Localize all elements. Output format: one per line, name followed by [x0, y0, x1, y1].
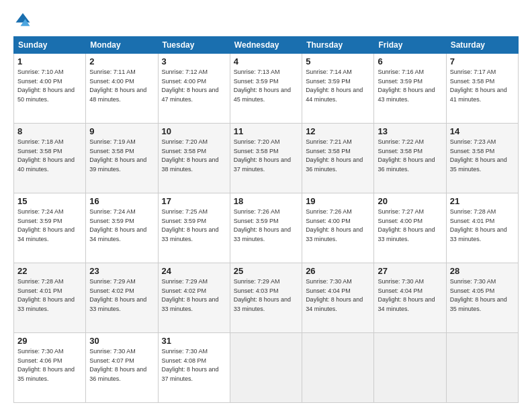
- calendar-cell: 11 Sunrise: 7:20 AMSunset: 3:58 PMDaylig…: [230, 124, 302, 193]
- calendar-cell: 25 Sunrise: 7:29 AMSunset: 4:03 PMDaylig…: [230, 263, 302, 333]
- day-number: 14: [450, 126, 515, 136]
- day-info: Sunrise: 7:19 AMSunset: 3:58 PMDaylight:…: [89, 138, 146, 173]
- weekday-header-row: SundayMondayTuesdayWednesdayThursdayFrid…: [14, 37, 519, 54]
- svg-marker-0: [16, 13, 30, 23]
- day-info: Sunrise: 7:13 AMSunset: 3:59 PMDaylight:…: [234, 68, 291, 103]
- calendar-cell: [230, 333, 302, 403]
- weekday-header-thursday: Thursday: [302, 37, 374, 54]
- calendar-cell: [374, 333, 446, 403]
- day-number: 11: [234, 126, 298, 136]
- day-number: 4: [234, 56, 298, 66]
- calendar-cell: 31 Sunrise: 7:30 AMSunset: 4:08 PMDaylig…: [158, 333, 230, 403]
- day-info: Sunrise: 7:14 AMSunset: 3:59 PMDaylight:…: [306, 68, 363, 103]
- calendar-cell: 7 Sunrise: 7:17 AMSunset: 3:58 PMDayligh…: [446, 54, 518, 124]
- week-row-1: 8 Sunrise: 7:18 AMSunset: 3:58 PMDayligh…: [14, 124, 519, 193]
- day-info: Sunrise: 7:10 AMSunset: 4:00 PMDaylight:…: [17, 68, 75, 103]
- day-number: 31: [162, 336, 226, 346]
- day-info: Sunrise: 7:24 AMSunset: 3:59 PMDaylight:…: [17, 208, 75, 242]
- day-number: 12: [306, 126, 370, 136]
- day-number: 5: [306, 56, 370, 66]
- weekday-header-friday: Friday: [374, 37, 446, 54]
- day-info: Sunrise: 7:26 AMSunset: 3:59 PMDaylight:…: [234, 208, 291, 242]
- day-number: 10: [162, 126, 226, 136]
- day-info: Sunrise: 7:30 AMSunset: 4:04 PMDaylight:…: [306, 278, 363, 312]
- calendar-cell: 1 Sunrise: 7:10 AMSunset: 4:00 PMDayligh…: [14, 54, 86, 124]
- day-info: Sunrise: 7:27 AMSunset: 4:00 PMDaylight:…: [378, 208, 435, 242]
- day-number: 16: [89, 196, 154, 206]
- day-number: 23: [89, 266, 154, 276]
- week-row-2: 15 Sunrise: 7:24 AMSunset: 3:59 PMDaylig…: [14, 193, 519, 263]
- day-number: 25: [234, 266, 298, 276]
- logo-icon: [13, 11, 32, 30]
- day-number: 7: [450, 56, 515, 66]
- calendar-cell: 3 Sunrise: 7:12 AMSunset: 4:00 PMDayligh…: [158, 54, 230, 124]
- day-info: Sunrise: 7:21 AMSunset: 3:58 PMDaylight:…: [306, 138, 363, 173]
- day-number: 18: [234, 196, 298, 206]
- day-info: Sunrise: 7:18 AMSunset: 3:58 PMDaylight:…: [17, 138, 75, 173]
- calendar-cell: 8 Sunrise: 7:18 AMSunset: 3:58 PMDayligh…: [14, 124, 86, 193]
- calendar-cell: [446, 333, 518, 403]
- week-row-0: 1 Sunrise: 7:10 AMSunset: 4:00 PMDayligh…: [14, 54, 519, 124]
- header: [13, 11, 519, 30]
- day-number: 1: [17, 56, 82, 66]
- calendar-cell: 18 Sunrise: 7:26 AMSunset: 3:59 PMDaylig…: [230, 193, 302, 263]
- day-number: 15: [17, 196, 82, 206]
- calendar-cell: 30 Sunrise: 7:30 AMSunset: 4:07 PMDaylig…: [86, 333, 158, 403]
- calendar-cell: 24 Sunrise: 7:29 AMSunset: 4:02 PMDaylig…: [158, 263, 230, 333]
- day-info: Sunrise: 7:28 AMSunset: 4:01 PMDaylight:…: [17, 278, 75, 312]
- day-info: Sunrise: 7:17 AMSunset: 3:58 PMDaylight:…: [450, 68, 507, 103]
- weekday-header-wednesday: Wednesday: [230, 37, 302, 54]
- day-number: 2: [89, 56, 154, 66]
- calendar-cell: 6 Sunrise: 7:16 AMSunset: 3:59 PMDayligh…: [374, 54, 446, 124]
- calendar-cell: 16 Sunrise: 7:24 AMSunset: 3:59 PMDaylig…: [86, 193, 158, 263]
- calendar-table: SundayMondayTuesdayWednesdayThursdayFrid…: [13, 36, 519, 403]
- day-info: Sunrise: 7:22 AMSunset: 3:58 PMDaylight:…: [378, 138, 435, 173]
- day-info: Sunrise: 7:23 AMSunset: 3:58 PMDaylight:…: [450, 138, 507, 173]
- day-info: Sunrise: 7:11 AMSunset: 4:00 PMDaylight:…: [89, 68, 146, 103]
- calendar-cell: 15 Sunrise: 7:24 AMSunset: 3:59 PMDaylig…: [14, 193, 86, 263]
- day-info: Sunrise: 7:30 AMSunset: 4:08 PMDaylight:…: [162, 348, 219, 382]
- week-row-4: 29 Sunrise: 7:30 AMSunset: 4:06 PMDaylig…: [14, 333, 519, 403]
- day-number: 6: [378, 56, 442, 66]
- day-info: Sunrise: 7:30 AMSunset: 4:04 PMDaylight:…: [378, 278, 435, 312]
- day-number: 28: [450, 266, 515, 276]
- day-number: 3: [162, 56, 226, 66]
- week-row-3: 22 Sunrise: 7:28 AMSunset: 4:01 PMDaylig…: [14, 263, 519, 333]
- day-number: 19: [306, 196, 370, 206]
- weekday-header-tuesday: Tuesday: [158, 37, 230, 54]
- day-info: Sunrise: 7:29 AMSunset: 4:02 PMDaylight:…: [162, 278, 219, 312]
- calendar-cell: 12 Sunrise: 7:21 AMSunset: 3:58 PMDaylig…: [302, 124, 374, 193]
- day-info: Sunrise: 7:29 AMSunset: 4:03 PMDaylight:…: [234, 278, 291, 312]
- logo: [13, 11, 35, 30]
- calendar-cell: 27 Sunrise: 7:30 AMSunset: 4:04 PMDaylig…: [374, 263, 446, 333]
- calendar-cell: [302, 333, 374, 403]
- day-number: 20: [378, 196, 442, 206]
- page: SundayMondayTuesdayWednesdayThursdayFrid…: [0, 0, 532, 411]
- calendar-cell: 26 Sunrise: 7:30 AMSunset: 4:04 PMDaylig…: [302, 263, 374, 333]
- calendar-cell: 20 Sunrise: 7:27 AMSunset: 4:00 PMDaylig…: [374, 193, 446, 263]
- day-info: Sunrise: 7:25 AMSunset: 3:59 PMDaylight:…: [162, 208, 219, 242]
- calendar-cell: 21 Sunrise: 7:28 AMSunset: 4:01 PMDaylig…: [446, 193, 518, 263]
- day-number: 30: [89, 336, 154, 346]
- calendar-cell: 5 Sunrise: 7:14 AMSunset: 3:59 PMDayligh…: [302, 54, 374, 124]
- day-number: 29: [17, 336, 82, 346]
- day-info: Sunrise: 7:30 AMSunset: 4:05 PMDaylight:…: [450, 278, 507, 312]
- day-info: Sunrise: 7:28 AMSunset: 4:01 PMDaylight:…: [450, 208, 507, 242]
- calendar-cell: 4 Sunrise: 7:13 AMSunset: 3:59 PMDayligh…: [230, 54, 302, 124]
- day-info: Sunrise: 7:20 AMSunset: 3:58 PMDaylight:…: [162, 138, 219, 173]
- day-number: 8: [17, 126, 82, 136]
- calendar-cell: 13 Sunrise: 7:22 AMSunset: 3:58 PMDaylig…: [374, 124, 446, 193]
- calendar-cell: 10 Sunrise: 7:20 AMSunset: 3:58 PMDaylig…: [158, 124, 230, 193]
- day-number: 26: [306, 266, 370, 276]
- day-info: Sunrise: 7:26 AMSunset: 4:00 PMDaylight:…: [306, 208, 363, 242]
- calendar-cell: 2 Sunrise: 7:11 AMSunset: 4:00 PMDayligh…: [86, 54, 158, 124]
- day-number: 24: [162, 266, 226, 276]
- day-info: Sunrise: 7:20 AMSunset: 3:58 PMDaylight:…: [234, 138, 291, 173]
- day-info: Sunrise: 7:12 AMSunset: 4:00 PMDaylight:…: [162, 68, 219, 103]
- calendar-cell: 28 Sunrise: 7:30 AMSunset: 4:05 PMDaylig…: [446, 263, 518, 333]
- calendar-cell: 9 Sunrise: 7:19 AMSunset: 3:58 PMDayligh…: [86, 124, 158, 193]
- calendar-cell: 29 Sunrise: 7:30 AMSunset: 4:06 PMDaylig…: [14, 333, 86, 403]
- day-info: Sunrise: 7:30 AMSunset: 4:06 PMDaylight:…: [17, 348, 75, 382]
- day-info: Sunrise: 7:29 AMSunset: 4:02 PMDaylight:…: [89, 278, 146, 312]
- day-number: 21: [450, 196, 515, 206]
